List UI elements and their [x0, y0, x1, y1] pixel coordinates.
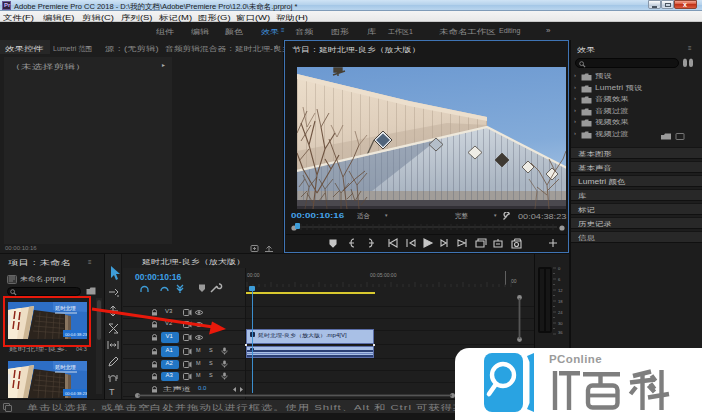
- svg-text:6: 6: [558, 277, 561, 282]
- svg-text:36: 36: [558, 330, 563, 335]
- svg-text:18: 18: [558, 299, 563, 304]
- svg-text:12: 12: [558, 288, 563, 293]
- svg-text:00:04:38:23: 00:04:38:23: [65, 391, 87, 396]
- svg-text:30: 30: [558, 321, 563, 326]
- svg-text:24: 24: [558, 310, 563, 315]
- svg-text:0: 0: [558, 267, 561, 271]
- svg-text:延时北理: 延时北理: [54, 364, 76, 371]
- svg-text:T: T: [109, 387, 115, 397]
- svg-text:PConline: PConline: [549, 353, 602, 365]
